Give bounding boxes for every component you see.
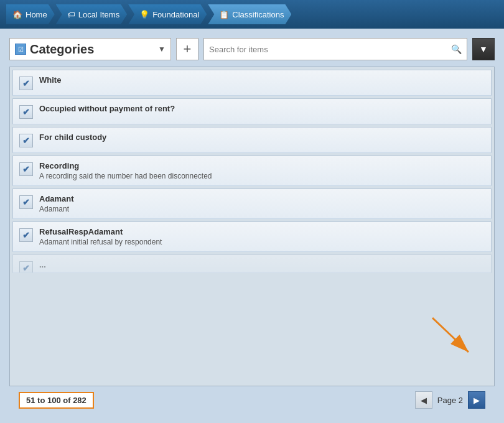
item-text-7: ...	[39, 260, 46, 269]
list-item[interactable]: ✔ Occupied without payment of rent?	[12, 98, 492, 124]
pagination-info: 51 to 100 of 282	[19, 392, 94, 409]
item-title-7: ...	[39, 260, 46, 269]
dropdown-arrow-icon: ▼	[158, 45, 166, 53]
categories-dropdown[interactable]: ☑ Categories ▼	[9, 38, 171, 60]
outer-wrapper: ✔ White ✔ Occupied without payment of re…	[9, 67, 495, 386]
checkbox-check-icon: ✔	[22, 78, 30, 88]
item-title-6: RefusalRespAdamant	[39, 227, 162, 236]
checkbox-check-icon: ✔	[22, 263, 30, 273]
pagination-controls: ◀ Page 2 ▶	[415, 391, 485, 409]
item-text-1: White	[39, 75, 61, 85]
filter-button[interactable]: ▼	[472, 38, 495, 60]
item-title-3: For child custody	[39, 132, 106, 142]
item-subtitle-4: A recording said the number had been dis…	[39, 172, 212, 180]
item-title-1: White	[39, 75, 61, 85]
page-label: Page 2	[435, 396, 465, 405]
next-icon: ▶	[474, 396, 480, 405]
item-checkbox-5[interactable]: ✔	[19, 195, 33, 209]
breadcrumb-home[interactable]: 🏠 Home	[6, 4, 55, 24]
checkbox-check-icon: ✔	[22, 107, 30, 117]
search-container: 🔍	[203, 38, 467, 60]
list-item[interactable]: ✔ Adamant Adamant	[12, 188, 492, 219]
add-button[interactable]: +	[176, 38, 198, 60]
item-title-5: Adamant	[39, 194, 74, 203]
list-item[interactable]: ✔ For child custody	[12, 127, 492, 153]
item-text-3: For child custody	[39, 132, 106, 142]
classifications-icon: 📋	[219, 10, 229, 19]
item-title-2: Occupied without payment of rent?	[39, 104, 175, 113]
checkbox-check-icon: ✔	[22, 230, 30, 240]
categories-icon: ☑	[15, 44, 26, 55]
list-item[interactable]: ✔ RefusalRespAdamant Adamant initial ref…	[12, 221, 492, 252]
item-text-6: RefusalRespAdamant Adamant initial refus…	[39, 227, 162, 246]
filter-arrow-icon: ▼	[479, 44, 488, 54]
breadcrumb-home-label: Home	[26, 10, 47, 19]
checkbox-check-icon: ✔	[22, 164, 30, 174]
categories-label: Categories	[30, 42, 158, 57]
breadcrumb-classifications-label: Classifications	[232, 10, 284, 19]
item-checkbox-7[interactable]: ✔	[19, 261, 33, 273]
toolbar: ☑ Categories ▼ + 🔍 ▼	[9, 38, 495, 60]
breadcrumb-local-items[interactable]: 🏷 Local Items	[56, 4, 127, 24]
pagination-range: 51 to 100 of 282	[26, 396, 86, 405]
item-checkbox-3[interactable]: ✔	[19, 134, 33, 147]
list-item[interactable]: ✔ Recording A recording said the number …	[12, 156, 492, 186]
prev-icon: ◀	[421, 396, 427, 405]
home-icon: 🏠	[12, 10, 22, 19]
breadcrumb-bar: 🏠 Home 🏷 Local Items 💡 Foundational 📋 Cl…	[0, 0, 504, 29]
list-container: ✔ White ✔ Occupied without payment of re…	[9, 67, 495, 386]
breadcrumb-foundational[interactable]: 💡 Foundational	[128, 4, 207, 24]
item-text-5: Adamant Adamant	[39, 194, 74, 213]
breadcrumb-local-items-label: Local Items	[78, 10, 119, 19]
item-subtitle-6: Adamant initial refusal by respondent	[39, 238, 162, 246]
item-subtitle-5: Adamant	[39, 205, 74, 213]
breadcrumb-classifications[interactable]: 📋 Classifications	[208, 4, 291, 24]
checkbox-check-icon: ✔	[22, 136, 30, 146]
item-checkbox-6[interactable]: ✔	[19, 228, 33, 242]
footer: 51 to 100 of 282 ◀ Page 2 ▶	[9, 386, 495, 414]
checkbox-check-icon: ✔	[22, 197, 30, 207]
search-icon: 🔍	[451, 44, 462, 54]
prev-page-button[interactable]: ◀	[415, 391, 432, 409]
list-item[interactable]: ✔ ...	[12, 254, 492, 273]
search-input[interactable]	[209, 45, 451, 54]
breadcrumb-foundational-label: Foundational	[152, 10, 199, 19]
list-scroll-area[interactable]: ✔ White ✔ Occupied without payment of re…	[10, 67, 494, 386]
item-text-4: Recording A recording said the number ha…	[39, 161, 212, 180]
next-page-button[interactable]: ▶	[468, 391, 485, 409]
main-content: ☑ Categories ▼ + 🔍 ▼ ✔ White	[0, 29, 504, 423]
item-checkbox-2[interactable]: ✔	[19, 105, 33, 119]
list-item[interactable]: ✔ White	[12, 70, 492, 96]
local-items-icon: 🏷	[67, 10, 75, 19]
item-text-2: Occupied without payment of rent?	[39, 104, 175, 113]
item-title-4: Recording	[39, 161, 212, 170]
foundational-icon: 💡	[139, 10, 149, 19]
item-checkbox-4[interactable]: ✔	[19, 162, 33, 176]
item-checkbox-1[interactable]: ✔	[19, 77, 33, 90]
